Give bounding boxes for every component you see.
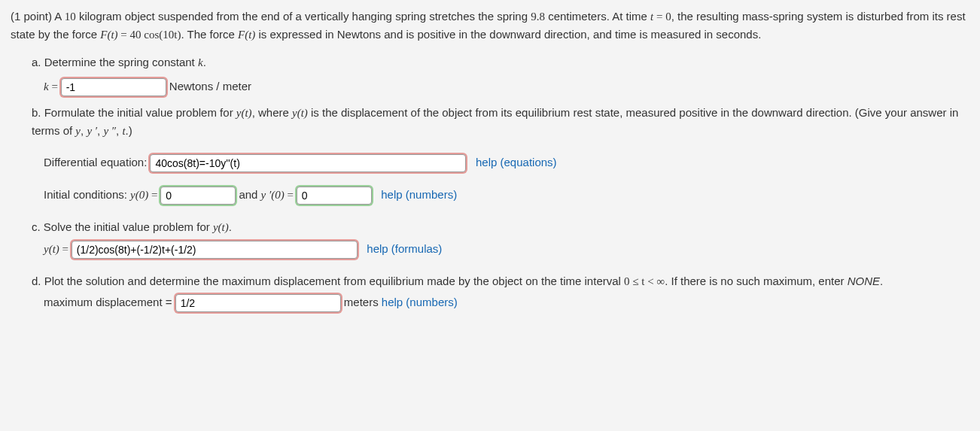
help-formulas-link[interactable]: help (formulas) — [367, 242, 442, 255]
part-c-label: c. Solve the initial value problem for y… — [32, 220, 232, 233]
max-disp-unit: meters — [344, 296, 379, 308]
problem-intro: (1 point) A 10 kilogram object suspended… — [11, 8, 969, 44]
k-input[interactable] — [61, 78, 166, 96]
help-equations-link[interactable]: help (equations) — [476, 156, 557, 168]
force-expression: 40 cos(10t) — [130, 29, 181, 41]
max-disp-input[interactable] — [175, 294, 341, 312]
mass-value: 10 — [65, 11, 76, 23]
k-label: k — [44, 80, 49, 93]
yt-label: y(t) — [44, 243, 59, 255]
max-disp-label: maximum displacement = — [44, 296, 175, 308]
diff-eq-input[interactable] — [150, 154, 466, 172]
part-b-label: b. Formulate the initial value problem f… — [32, 106, 958, 137]
stretch-value: 9.8 — [531, 11, 545, 23]
help-numbers-link[interactable]: help (numbers) — [381, 188, 457, 201]
k-unit: Newtons / meter — [169, 80, 251, 93]
yt-input[interactable] — [72, 241, 358, 259]
diff-eq-label: Differential equation: — [44, 156, 150, 168]
help-numbers-link-d[interactable]: help (numbers) — [382, 296, 458, 308]
points-label: (1 point) — [11, 10, 52, 23]
part-a-label: a. Determine the spring constant k. — [32, 56, 206, 68]
initial-conditions-label: Initial conditions: — [44, 188, 130, 201]
yprime0-input[interactable] — [297, 187, 372, 205]
y0-input[interactable] — [160, 187, 236, 205]
part-d-label: d. Plot the solution and determine the m… — [32, 275, 883, 287]
